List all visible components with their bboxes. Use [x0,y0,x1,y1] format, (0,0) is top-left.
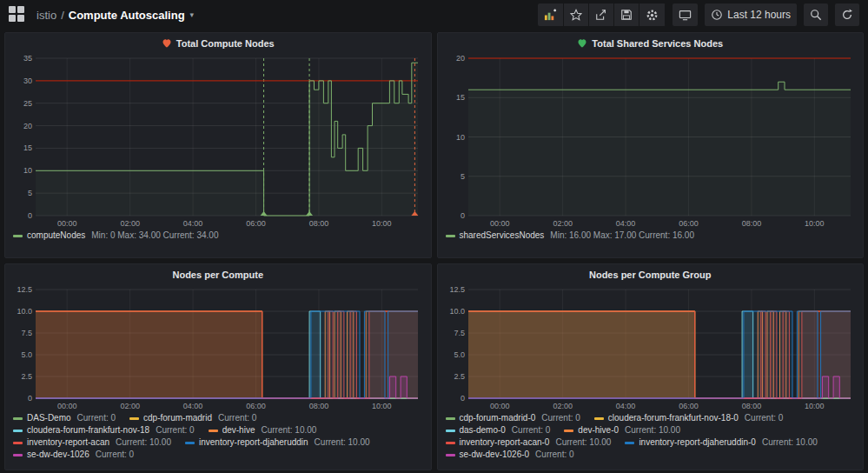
legend-series-color-icon [13,442,23,444]
panel-total-shared-services-nodes: Total Shared Services Nodes 0510152000:0… [437,32,865,258]
legend: cdp-forum-madrid-0Current: 0cloudera-for… [442,412,859,461]
svg-text:02:00: 02:00 [120,402,140,410]
panel-title-bar[interactable]: Total Shared Services Nodes [442,35,859,52]
legend-alias: computeNodes [27,230,85,240]
panel-title-bar[interactable]: Nodes per Compute [10,266,427,283]
svg-text:10:00: 10:00 [805,219,825,228]
search-icon [810,9,822,21]
panel-total-compute-nodes: Total Compute Nodes 0510152025303500:000… [4,32,432,258]
panel-title: Total Compute Nodes [176,38,275,49]
legend-item[interactable]: inventory-report-djaheruddinCurrent: 10.… [185,436,370,449]
settings-button[interactable] [639,3,666,26]
cycle-view-button[interactable] [673,3,698,26]
legend-item[interactable]: das-demo-0Current: 0 [446,424,551,436]
svg-text:0: 0 [460,211,464,220]
svg-text:12.5: 12.5 [449,285,465,294]
panel-title-bar[interactable]: Total Compute Nodes [10,35,427,52]
legend-series-color-icon [185,442,195,444]
panel-nodes-per-compute: Nodes per Compute 02.55.07.510.012.500:0… [4,263,432,470]
legend-item[interactable]: computeNodesMin: 0 Max: 34.00 Current: 3… [13,230,218,242]
share-button[interactable] [589,3,614,26]
svg-text:2.5: 2.5 [21,372,32,381]
panel-title-bar[interactable]: Nodes per Compute Group [442,266,859,283]
dashboard-breadcrumb[interactable]: istio / Compute Autoscaling ▾ [36,9,194,22]
svg-text:10.0: 10.0 [17,307,32,316]
legend-item[interactable]: cloudera-forum-frankfurt-nov-18Current: … [13,424,195,436]
add-panel-icon [544,9,557,22]
time-picker-button[interactable]: Last 12 hours [705,3,797,26]
graph-canvas[interactable]: 0510152025303500:0002:0004:0006:0008:001… [10,52,425,230]
legend: sharedServicesNodesMin: 16.00 Max: 17.00… [442,230,859,242]
dashboard-grid: Total Compute Nodes 0510152025303500:000… [0,30,868,473]
legend-alias: inventory-report-acan [27,437,109,447]
legend-series-color-icon [446,417,455,420]
legend-alias: DAS-Demo [27,413,71,423]
search-button[interactable] [804,3,828,26]
svg-text:06:00: 06:00 [246,219,266,228]
navbar-actions: Last 12 hours [538,3,859,26]
svg-text:10: 10 [455,133,464,142]
svg-text:08:00: 08:00 [309,219,329,228]
add-panel-button[interactable] [538,3,564,26]
legend-stats: Current: 0 [96,450,134,459]
svg-text:00:00: 00:00 [57,402,77,410]
legend-series-color-icon [13,454,23,456]
legend-item[interactable]: dev-hiveCurrent: 10.00 [209,424,317,436]
dashboard-app-name: istio [36,9,56,22]
legend-item[interactable]: inventory-report-djaheruddin-0Current: 1… [625,436,817,449]
svg-text:08:00: 08:00 [309,402,329,410]
svg-text:04:00: 04:00 [615,219,635,228]
legend-alias: das-demo-0 [460,425,506,435]
legend-stats: Min: 0 Max: 34.00 Current: 34.00 [91,230,218,240]
legend-item[interactable]: se-dw-dev-1026-0Current: 0 [446,449,574,461]
svg-text:04:00: 04:00 [615,402,635,410]
legend-stats: Min: 16.00 Max: 17.00 Current: 16.00 [550,230,694,240]
svg-text:7.5: 7.5 [21,329,32,337]
svg-text:04:00: 04:00 [183,219,203,228]
breadcrumb-separator: / [61,9,64,22]
svg-text:02:00: 02:00 [553,219,573,228]
legend-item[interactable]: cloudera-forum-frankfurt-nov-18-0Current… [594,412,784,424]
graph-canvas[interactable]: 0510152000:0002:0004:0006:0008:0010:00 [442,52,858,230]
legend-item[interactable]: inventory-report-acanCurrent: 10.00 [13,436,171,449]
heart-ok-icon [577,38,587,49]
legend-alias: sharedServicesNodes [460,230,545,240]
legend-alias: cdp-forum-madrid [143,413,212,423]
panel-title: Nodes per Compute Group [589,270,712,280]
legend-alias: cdp-forum-madrid-0 [460,413,536,423]
legend-item[interactable]: cdp-forum-madridCurrent: 0 [129,412,256,424]
legend-item[interactable]: se-dw-dev-1026Current: 0 [13,449,134,461]
save-button[interactable] [614,3,639,26]
svg-text:12.5: 12.5 [17,285,32,294]
clock-icon [711,9,723,21]
legend-alias: cloudera-forum-frankfurt-nov-18 [27,425,149,435]
svg-text:35: 35 [23,54,32,63]
legend-item[interactable]: sharedServicesNodesMin: 16.00 Max: 17.00… [446,230,694,242]
refresh-button[interactable] [835,3,859,26]
graph-canvas[interactable]: 02.55.07.510.012.500:0002:0004:0006:0008… [10,283,425,412]
star-button[interactable] [564,3,589,26]
legend-series-color-icon [13,430,23,432]
graph-canvas[interactable]: 02.55.07.510.012.500:0002:0004:0006:0008… [442,283,858,412]
legend-series-color-icon [446,454,455,456]
caret-down-icon: ▾ [190,10,195,19]
legend-item[interactable]: cdp-forum-madrid-0Current: 0 [446,412,580,424]
svg-text:10:00: 10:00 [805,402,825,410]
legend-series-color-icon [594,417,604,420]
svg-text:00:00: 00:00 [57,219,77,228]
legend-alias: se-dw-dev-1026-0 [460,450,530,459]
svg-text:30: 30 [23,77,32,85]
legend-alias: dev-hive [222,425,255,435]
navbar: istio / Compute Autoscaling ▾ [0,0,868,30]
legend-item[interactable]: DAS-DemoCurrent: 0 [13,412,116,424]
svg-text:02:00: 02:00 [120,219,140,228]
svg-text:2.5: 2.5 [454,372,465,381]
legend-item[interactable]: inventory-report-acan-0Current: 10.00 [446,436,612,449]
legend-item[interactable]: dev-hive-0Current: 10.00 [564,424,680,436]
share-icon [595,9,607,21]
legend-stats: Current: 0 [535,450,573,459]
svg-text:0: 0 [28,211,32,220]
dashboard-actions-group [538,3,666,26]
svg-text:00:00: 00:00 [489,402,509,410]
grafana-menu-icon[interactable] [9,6,26,23]
